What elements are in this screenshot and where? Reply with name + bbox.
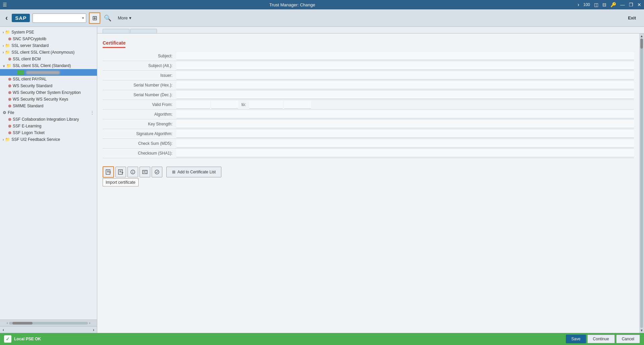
form-row-issuer: Issuer: [103,71,634,80]
cancel-button[interactable]: Cancel [616,335,640,343]
tab-1[interactable] [103,29,129,33]
scroll-right-icon[interactable]: › [89,321,90,325]
tree-item-system-pse[interactable]: › 📁 System PSE [0,29,97,36]
circle-x-icon: ⊗ [8,97,11,102]
input-serial-hex[interactable] [176,81,634,89]
circle-x-icon: ⊗ [8,124,11,128]
restore-icon[interactable]: ❐ [629,2,633,7]
input-checksum-sha1[interactable] [176,149,634,157]
verify-button[interactable] [152,167,162,177]
svg-marker-4 [109,171,111,172]
input-algorithm[interactable] [176,110,634,118]
tree-item-snc[interactable]: ⊗ SNC SAPCryptolib [0,36,97,42]
folder-icon: 📁 [5,137,10,142]
form-row-sig-algorithm: Signature Algorithm: [103,129,634,139]
form-row-checksum-md5: Check Sum (MD5): [103,139,634,149]
more-button[interactable]: More ▾ [115,14,134,22]
circle-x-icon: ⊗ [8,117,11,122]
input-checksum-md5[interactable] [176,139,634,148]
gear-icon: ⚙ [3,110,6,115]
view-cert-icon [130,169,136,175]
form-row-key-strength: Key Strength: [103,119,634,129]
bookmark-icon[interactable]: ⊟ [602,2,606,7]
back-button[interactable]: ‹ [4,12,9,24]
add-cert-list-label: Add to Certificate List [177,170,216,174]
sidebar-next-icon[interactable]: › [93,328,94,332]
view-cert-button[interactable] [127,167,138,177]
vscroll-up-icon[interactable]: ▲ [640,34,643,38]
exit-button[interactable]: Exit [624,14,640,22]
circle-x-icon: ⊗ [8,130,11,135]
import-certificate-button[interactable] [103,166,114,178]
input-key-strength[interactable] [176,120,634,128]
tree-item-ssl-bcm[interactable]: ⊗ SSL client BCM [0,56,97,62]
input-issuer[interactable] [176,71,634,79]
window-title: Trust Manager: Change [269,2,315,7]
circle-x-icon: ⊗ [8,83,11,88]
label-subject: Subject: [103,54,176,58]
vscroll-track[interactable] [640,39,643,328]
save-session-icon[interactable]: ◫ [594,2,598,7]
content-vscrollbar[interactable]: ▲ ▼ [639,34,644,333]
input-valid-from-date[interactable] [176,101,210,109]
sidebar-hscrollbar[interactable]: ‹ › [0,320,97,326]
toolbar: ‹ SAP ▾ ⊞ 🔍 More ▾ Exit [0,9,644,27]
input-valid-to-date[interactable] [249,101,283,109]
tree-item-ws-keys[interactable]: ⊗ WS Security WS Security Keys [0,96,97,103]
svg-marker-8 [121,172,123,173]
tree-item-smime[interactable]: ⊗ SMIME Standard [0,103,97,109]
add-to-cert-list-button[interactable]: ⊞ Add to Certificate List [166,167,221,177]
tree-item-selected[interactable] [0,69,97,76]
green-indicator [17,70,24,75]
form-row-serial-dec: Serial Number (Dec.): [103,90,634,100]
status-actions: Save Continue Cancel [566,335,640,343]
status-check-badge: ✓ [4,335,11,343]
folder-icon: 📁 [6,63,11,68]
sidebar-prev-icon[interactable]: ‹ [3,328,4,332]
label-algorithm: Algorithm: [103,112,176,117]
nav-dropdown[interactable]: ▾ [33,13,86,23]
search-button[interactable]: 🔍 [103,13,112,23]
tree-item-file[interactable]: ⚙ File ⋮ [0,109,97,116]
generate-csr-icon [142,169,148,175]
tree-item-ssf-logon[interactable]: ⊗ SSF Logon Ticket [0,129,97,136]
input-valid-to-time[interactable] [284,101,311,109]
input-valid-from-time[interactable] [211,101,238,109]
sap-logo: SAP [12,14,30,22]
export-certificate-button[interactable] [115,167,126,177]
tree-item-ws-other[interactable]: ⊗ WS Security Other System Encryption [0,89,97,96]
vscroll-thumb[interactable] [640,39,643,49]
tree-item-ssf-elearn[interactable]: ⊗ SSF E-Learning [0,123,97,129]
input-sig-algorithm[interactable] [176,130,634,138]
scroll-left-icon[interactable]: ‹ [7,321,8,325]
customize-button[interactable]: ⊞ [89,12,100,24]
tree-item-ssl-server[interactable]: › 📁 SSL server Standard [0,42,97,49]
label-checksum-sha1: Checksum (SHA1): [103,151,176,156]
tree-item-paypal[interactable]: ⊗ SSL client PAYPAL [0,76,97,82]
generate-csr-button[interactable] [140,167,150,177]
form-row-algorithm: Algorithm: [103,110,634,119]
hscroll-thumb[interactable] [12,322,33,325]
continue-button[interactable]: Continue [587,335,615,343]
tree-item-ssl-standard[interactable]: ∨ 📁 SSL client SSL Client (Standard) [0,62,97,69]
input-serial-dec[interactable] [176,91,634,99]
circle-x-icon: ⊗ [8,104,11,108]
hamburger-icon[interactable]: ☰ [3,2,7,7]
input-subject[interactable] [176,52,634,60]
key-icon[interactable]: 🔑 [610,2,616,7]
certificate-title: Certificate [103,40,125,48]
vscroll-down-icon[interactable]: ▼ [640,329,643,332]
sidebar-nav-arrows: ‹ › [0,326,97,333]
close-icon[interactable]: ✕ [637,2,641,7]
minimize-icon[interactable]: — [620,2,625,7]
save-button[interactable]: Save [566,335,586,343]
label-valid-from: Valid From: [103,102,176,107]
form-row-serial-hex: Serial Number (Hex.): [103,80,634,90]
tree-item-ws-standard[interactable]: ⊗ WS Security Standard [0,82,97,89]
tree-item-ssf-collab[interactable]: ⊗ SSF Collaboration Integration Library [0,116,97,123]
tree-item-ssl-anon[interactable]: › 📁 SSL client SSL Client (Anonymous) [0,49,97,56]
tree-item-ssf-ui2[interactable]: › 📁 SSF UI2 Feedback Service [0,136,97,143]
tab-2[interactable] [130,29,157,33]
input-subject-alt[interactable] [176,62,634,70]
chevron-right-icon[interactable]: › [578,2,579,8]
